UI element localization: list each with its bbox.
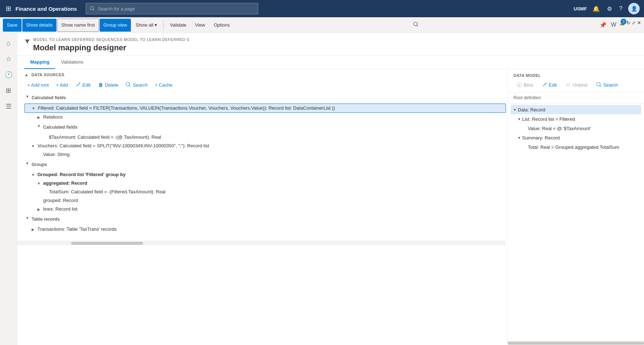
tree-node-vouchers[interactable]: ▼ Vouchers: Calculated field = SPLIT("IN… [24, 142, 506, 150]
tree-node-cf-sub[interactable]: ▼ Calculated fields [24, 121, 506, 133]
save-button[interactable]: Save [3, 19, 22, 32]
waffle-menu-icon[interactable]: ⊞ [4, 3, 13, 14]
tab-mapping[interactable]: Mapping [24, 56, 55, 69]
group-view-button[interactable]: Group view [100, 19, 131, 32]
content-area: MODEL TO LEARN DEFERRED SEQUENCES MODEL … [17, 33, 644, 345]
expand-icon-totalsum [42, 188, 47, 196]
unbind-button[interactable]: Unbind [562, 80, 590, 89]
dm-scrollbar-thumb[interactable] [508, 342, 644, 345]
tree-node-lines[interactable]: ▶ lines: Record list [24, 205, 506, 213]
data-model-panel: DATA MODEL Bind Edit Unbind [507, 69, 644, 345]
dm-node-total[interactable]: Total: Real = Grouped.aggregated.TotalSu… [511, 142, 641, 152]
global-search-bar[interactable] [86, 3, 258, 14]
tree-node-relations[interactable]: ▶ Relations [24, 113, 506, 121]
word-icon[interactable]: W [609, 20, 618, 30]
sidebar-list-icon[interactable]: ☰ [1, 99, 16, 114]
dm-horizontal-scrollbar[interactable] [508, 341, 644, 345]
bind-button[interactable]: Bind [513, 80, 536, 89]
expand-icon-filtered[interactable]: ▼ [31, 105, 36, 112]
data-sources-expand-icon[interactable]: ▲ [24, 73, 28, 77]
expand-icon-dm-value [522, 125, 528, 132]
expand-icon-lines[interactable]: ▶ [36, 206, 42, 213]
settings-icon[interactable]: ⚙ [606, 4, 613, 14]
tab-validations[interactable]: Validations [55, 56, 89, 69]
tree-node-groups[interactable]: ▼ Groups [24, 159, 506, 170]
expand-icon-table-records[interactable]: ▼ [24, 214, 30, 221]
tree-node-value-string[interactable]: Value: String [24, 150, 506, 159]
top-nav-right: USMF 🔔 ⚙ ? 👤 [574, 3, 640, 14]
page-header: MODEL TO LEARN DEFERRED SEQUENCES MODEL … [17, 33, 644, 56]
dm-node-summary[interactable]: ▼ Summary: Record [511, 133, 641, 142]
expand-icon-vouchers[interactable]: ▼ [30, 142, 36, 150]
data-model-tree: ▼ Data: Record ▼ List: Record list = Fil… [508, 104, 644, 341]
expand-icon[interactable]: ⤢ [632, 20, 636, 30]
global-search-input[interactable] [98, 6, 254, 12]
user-avatar[interactable]: 👤 [628, 3, 640, 14]
scrollbar-thumb[interactable] [71, 242, 143, 245]
dm-node-data[interactable]: ▼ Data: Record [511, 105, 641, 114]
expand-icon-dm-summary[interactable]: ▼ [516, 134, 522, 141]
expand-icon-grouped[interactable]: ▼ [30, 171, 36, 178]
delete-button[interactable]: Delete [95, 80, 122, 89]
tree-node-filtered[interactable]: ▼ Filtered: Calculated field = FILTER(Tr… [24, 104, 506, 113]
cache-button[interactable]: + Cache [152, 81, 175, 89]
search-dm-button[interactable]: Search [593, 80, 621, 89]
page-title: Model mapping designer [33, 43, 189, 52]
dm-node-list[interactable]: ▼ List: Record list = Filtered [511, 114, 641, 124]
data-model-header: DATA MODEL Bind Edit Unbind [508, 69, 644, 92]
expand-icon-aggregated[interactable]: ▼ [36, 180, 42, 187]
tree-node-taxamount[interactable]: $TaxAmount: Calculated field = -(@.TaxAm… [24, 133, 506, 142]
add-root-button[interactable]: + Add root [24, 81, 52, 89]
refresh-icon[interactable]: ↻ [626, 20, 630, 30]
sidebar-workspace-icon[interactable]: ⊞ [1, 83, 16, 98]
data-sources-title: DATA SOURCES [31, 73, 64, 77]
expand-icon-dm-data[interactable]: ▼ [512, 106, 518, 113]
tree-node-transactions[interactable]: ▶ Transactions: Table 'TaxTrans' records [24, 225, 506, 234]
tree-node-calculated-fields[interactable]: ▼ Calculated fields [24, 92, 506, 104]
show-all-chevron-icon: ▾ [155, 22, 157, 28]
top-navigation: ⊞ Finance and Operations USMF 🔔 ⚙ ? 👤 [0, 0, 644, 17]
close-icon[interactable]: ✕ [637, 20, 641, 30]
dm-node-value-real[interactable]: Value: Real = @.'$TaxAmount' [511, 124, 641, 133]
show-all-button[interactable]: Show all ▾ [132, 19, 161, 32]
search-button[interactable]: Search [123, 80, 150, 89]
sidebar-recent-icon[interactable]: 🕐 [1, 68, 16, 82]
edit-icon [75, 82, 81, 88]
data-model-root-def: Root definition [508, 92, 644, 104]
expand-icon-cf-sub[interactable]: ▼ [36, 122, 42, 129]
sidebar-favorites-icon[interactable]: ☆ [1, 52, 16, 66]
data-sources-area: ▲ DATA SOURCES + Add root + Add Edit Del… [17, 69, 506, 345]
toolbar-search-icon[interactable] [410, 19, 423, 31]
expand-icon-groups[interactable]: ▼ [24, 160, 30, 167]
horizontal-scrollbar[interactable] [17, 241, 506, 245]
expand-icon-value-string [36, 151, 42, 158]
expand-icon-transactions[interactable]: ▶ [30, 226, 36, 233]
options-button[interactable]: Options [210, 19, 234, 32]
notifications-bell-icon[interactable]: 🔔 0 [619, 20, 625, 30]
tree-node-grouped-record[interactable]: grouped: Record [24, 196, 506, 205]
toolbar-separator-1 [163, 20, 164, 30]
view-button[interactable]: View [191, 19, 209, 32]
tree-node-aggregated[interactable]: ▼ aggregated: Record [24, 179, 506, 188]
expand-icon-dm-list[interactable]: ▼ [516, 115, 522, 123]
notifications-icon[interactable]: 🔔 [591, 4, 601, 14]
expand-icon-relations[interactable]: ▶ [36, 114, 42, 121]
expand-icon-cf[interactable]: ▼ [24, 93, 30, 100]
show-details-button[interactable]: Show details [22, 19, 57, 32]
pin-icon[interactable]: 📌 [598, 20, 608, 30]
company-selector[interactable]: USMF [574, 6, 587, 12]
sidebar-home-icon[interactable]: ⌂ [1, 36, 16, 50]
show-name-first-button[interactable]: Show name first [57, 19, 99, 32]
edit-button[interactable]: Edit [72, 80, 93, 89]
app-title: Finance and Operations [15, 6, 77, 12]
main-layout: ⌂ ☆ 🕐 ⊞ ☰ MODEL TO LEARN DEFERRED SEQUEN… [0, 33, 644, 345]
tree-node-table-records[interactable]: ▼ Table records [24, 213, 506, 225]
expand-icon-grouped-record [36, 197, 42, 204]
edit-dm-button[interactable]: Edit [539, 80, 559, 89]
tree-node-totalsum[interactable]: TotalSum: Calculated field = -(Filtered.… [24, 188, 506, 196]
validate-button[interactable]: Validate [166, 19, 190, 32]
tree-node-grouped[interactable]: ▼ Grouped: Record list 'Filtered' group … [24, 170, 506, 179]
add-button[interactable]: + Add [53, 81, 71, 89]
help-icon[interactable]: ? [618, 4, 624, 13]
search-icon [90, 6, 95, 12]
